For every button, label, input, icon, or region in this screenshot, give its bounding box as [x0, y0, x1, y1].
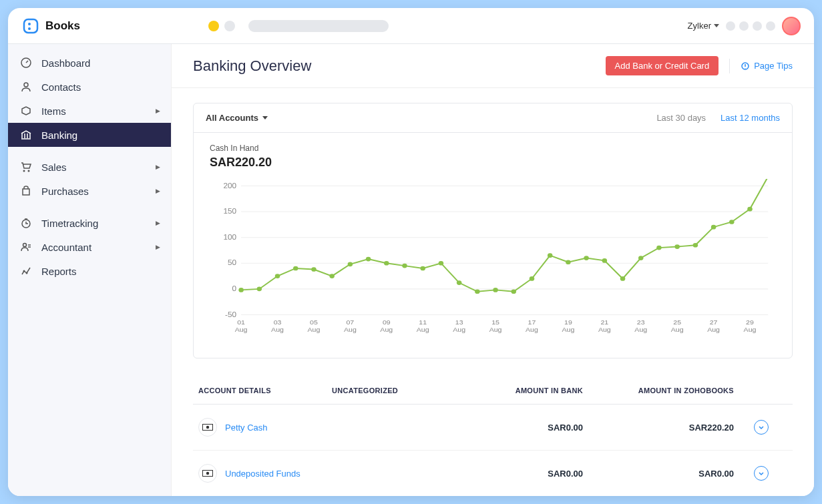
books-logo-icon: [21, 17, 40, 35]
sales-icon: [20, 161, 32, 173]
avatar[interactable]: [782, 17, 801, 35]
topbar-dot[interactable]: [766, 21, 775, 31]
svg-point-32: [366, 257, 371, 262]
page-tips-link[interactable]: Page Tips: [741, 61, 793, 71]
row-action-button[interactable]: [754, 420, 769, 435]
svg-text:29: 29: [746, 319, 754, 326]
sidebar-item-purchases[interactable]: Purchases ▶: [8, 179, 171, 203]
search-placeholder-bar[interactable]: [248, 20, 389, 32]
svg-point-35: [420, 266, 425, 271]
amount-books-cell: SAR220.20: [603, 423, 754, 433]
account-link[interactable]: Petty Cash: [225, 423, 268, 433]
divider: [729, 59, 730, 73]
svg-text:Aug: Aug: [671, 326, 684, 332]
svg-text:150: 150: [223, 208, 236, 215]
svg-text:Aug: Aug: [489, 326, 502, 332]
sidebar-item-reports[interactable]: Reports: [8, 259, 171, 283]
cash-icon: [198, 418, 217, 437]
svg-rect-7: [23, 189, 29, 195]
svg-text:19: 19: [564, 319, 572, 326]
sidebar-item-label: Timetracking: [41, 218, 98, 229]
svg-text:Aug: Aug: [344, 326, 357, 332]
chevron-right-icon: ▶: [156, 107, 160, 114]
sidebar-item-contacts[interactable]: Contacts: [8, 75, 171, 99]
chart-metric-value: SAR220.20: [210, 156, 776, 170]
sidebar-item-label: Dashboard: [41, 57, 90, 69]
body: Dashboard Contacts Items ▶ Banking Sales…: [8, 44, 814, 496]
svg-point-46: [620, 276, 626, 281]
sidebar-item-label: Accountant: [41, 242, 91, 253]
account-filter-dropdown[interactable]: All Accounts: [206, 113, 268, 123]
topbar-action-dots: [726, 21, 775, 31]
svg-point-88: [206, 472, 209, 475]
table-row: Petty Cash SAR0.00 SAR220.20: [193, 405, 793, 451]
amount-bank-cell: SAR0.00: [452, 423, 603, 433]
sidebar-item-label: Purchases: [41, 186, 89, 197]
th-uncategorized: UNCATEGORIZED: [332, 387, 452, 395]
svg-point-43: [566, 260, 571, 264]
sidebar-item-banking[interactable]: Banking: [8, 123, 171, 147]
svg-text:Aug: Aug: [235, 326, 248, 332]
svg-text:0: 0: [232, 285, 236, 292]
table-header: ACCOUNT DETAILS UNCATEGORIZED AMOUNT IN …: [193, 377, 793, 405]
svg-text:25: 25: [673, 319, 681, 326]
svg-point-52: [729, 220, 735, 224]
time-filters: Last 30 days Last 12 months: [656, 113, 780, 123]
filter-last-12-months[interactable]: Last 12 months: [721, 113, 780, 123]
svg-text:03: 03: [274, 319, 282, 326]
accounts-table: ACCOUNT DETAILS UNCATEGORIZED AMOUNT IN …: [193, 377, 793, 496]
topbar-right: Zylker: [688, 17, 801, 35]
account-cell: Petty Cash: [198, 418, 332, 437]
svg-point-34: [402, 264, 407, 268]
app-name: Books: [45, 19, 80, 33]
table-row: Undeposited Funds SAR0.00 SAR0.00: [193, 451, 793, 496]
svg-point-53: [747, 207, 753, 212]
svg-point-33: [384, 261, 389, 266]
svg-point-37: [457, 280, 462, 285]
svg-text:Aug: Aug: [453, 326, 465, 332]
sidebar-item-sales[interactable]: Sales ▶: [8, 155, 171, 179]
filter-last-30-days[interactable]: Last 30 days: [656, 113, 706, 123]
chart-card: All Accounts Last 30 days Last 12 months…: [193, 103, 793, 358]
chevron-right-icon: ▶: [156, 220, 160, 226]
svg-point-38: [475, 289, 480, 294]
svg-text:100: 100: [223, 233, 236, 240]
sidebar: Dashboard Contacts Items ▶ Banking Sales…: [8, 44, 172, 496]
svg-point-39: [493, 288, 498, 292]
content: All Accounts Last 30 days Last 12 months…: [172, 88, 814, 496]
svg-point-31: [348, 262, 353, 266]
topbar-dot[interactable]: [753, 21, 762, 31]
row-action-button[interactable]: [754, 466, 769, 481]
topbar: Books Zylker: [8, 8, 814, 44]
org-switcher[interactable]: Zylker: [688, 21, 719, 31]
logo[interactable]: Books: [21, 17, 80, 35]
svg-point-28: [293, 266, 298, 271]
sidebar-item-accountant[interactable]: Accountant ▶: [8, 235, 171, 259]
sidebar-item-timetracking[interactable]: Timetracking ▶: [8, 211, 171, 235]
chart-metric-label: Cash In Hand: [210, 144, 776, 153]
account-link[interactable]: Undeposited Funds: [225, 469, 300, 479]
topbar-dot[interactable]: [739, 21, 749, 31]
add-bank-button[interactable]: Add Bank or Credit Card: [606, 56, 719, 75]
svg-point-2: [28, 27, 31, 30]
amount-books-cell: SAR0.00: [603, 469, 754, 479]
svg-point-50: [693, 243, 698, 248]
svg-point-45: [602, 258, 608, 263]
status-dot-grey: [224, 21, 235, 31]
svg-point-4: [24, 83, 28, 87]
sidebar-item-dashboard[interactable]: Dashboard: [8, 51, 171, 75]
svg-text:07: 07: [346, 319, 354, 326]
svg-point-10: [23, 270, 25, 272]
svg-point-51: [711, 225, 716, 230]
svg-point-6: [28, 170, 30, 172]
svg-point-1: [28, 23, 31, 25]
svg-text:21: 21: [600, 319, 608, 326]
topbar-dot[interactable]: [726, 21, 735, 31]
sidebar-item-label: Contacts: [41, 81, 81, 93]
time-icon: [20, 217, 32, 229]
sidebar-item-items[interactable]: Items ▶: [8, 99, 171, 123]
line-chart: -5005010015020001Aug03Aug05Aug07Aug09Aug…: [210, 179, 776, 339]
main-content: Banking Overview Add Bank or Credit Card…: [172, 44, 814, 496]
sidebar-item-label: Items: [41, 105, 66, 117]
status-dot-yellow: [208, 21, 219, 31]
